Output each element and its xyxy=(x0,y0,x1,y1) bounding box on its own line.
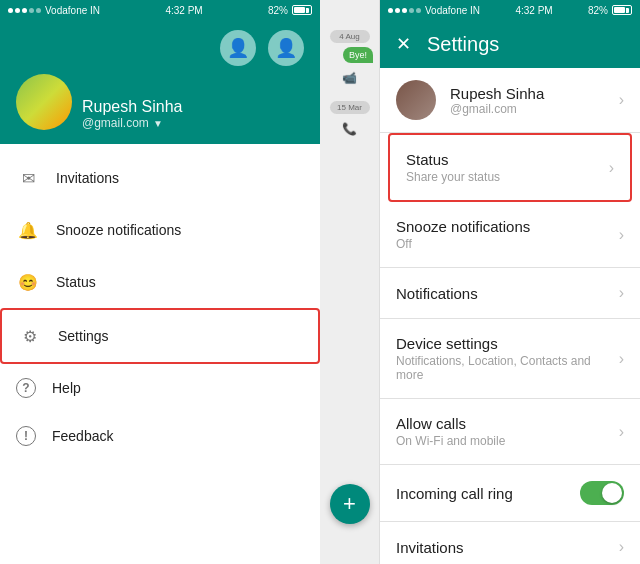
snooze-chevron-icon: › xyxy=(619,226,624,244)
snooze-icon: 🔔 xyxy=(16,218,40,242)
settings-user-item[interactable]: Rupesh Sinha @gmail.com › xyxy=(380,68,640,133)
snooze-title: Snooze notifications xyxy=(396,218,619,235)
invitations-content: Invitations xyxy=(396,539,619,556)
left-avatar-image xyxy=(16,74,72,130)
left-status-bar-left: Vodafone IN xyxy=(8,5,100,16)
nav-label-feedback: Feedback xyxy=(52,428,113,444)
left-header: 👤 👤 Rupesh Sinha @gmail.com ▼ xyxy=(0,20,320,144)
notifications-content: Notifications xyxy=(396,285,619,302)
invitations-chevron-icon: › xyxy=(619,538,624,556)
right-header: ✕ Settings xyxy=(380,20,640,68)
chat-date-2: 15 Mar xyxy=(330,101,370,114)
status-icon: 😊 xyxy=(16,270,40,294)
calls-content: Allow calls On Wi-Fi and mobile xyxy=(396,415,619,448)
right-panel: Vodafone IN 4:32 PM 82% ✕ Settings Rupes… xyxy=(380,0,640,564)
battery-tip-right xyxy=(626,8,629,13)
settings-item-calls[interactable]: Allow calls On Wi-Fi and mobile › xyxy=(380,399,640,465)
battery-fill-right xyxy=(614,7,625,13)
calls-title: Allow calls xyxy=(396,415,619,432)
dropdown-arrow-icon[interactable]: ▼ xyxy=(153,118,163,129)
nav-item-invitations[interactable]: ✉ Invitations xyxy=(0,152,320,204)
battery-icon-left xyxy=(292,5,312,15)
left-status-bar-right: 82% xyxy=(268,5,312,16)
time-right: 4:32 PM xyxy=(515,5,552,16)
avatar-icon-1: 👤 xyxy=(227,37,249,59)
carrier-right: Vodafone IN xyxy=(425,5,480,16)
feedback-icon: ! xyxy=(16,426,36,446)
ring-toggle[interactable] xyxy=(580,481,624,505)
settings-user-email: @gmail.com xyxy=(450,102,619,116)
nav-label-status: Status xyxy=(56,274,96,290)
fab-plus-icon: + xyxy=(343,491,356,517)
nav-label-snooze: Snooze notifications xyxy=(56,222,181,238)
device-chevron-icon: › xyxy=(619,350,624,368)
left-user-avatar[interactable] xyxy=(16,74,72,130)
left-user-name: Rupesh Sinha xyxy=(82,98,304,116)
right-signal xyxy=(388,8,421,13)
signal-strength xyxy=(8,8,41,13)
settings-title: Settings xyxy=(427,33,499,56)
settings-icon: ⚙ xyxy=(18,324,42,348)
chat-bubble: Bye! xyxy=(343,47,373,63)
notifications-title: Notifications xyxy=(396,285,619,302)
video-icon: 📹 xyxy=(320,71,379,85)
left-user-info: Rupesh Sinha @gmail.com ▼ xyxy=(16,74,304,130)
battery-icon-right xyxy=(612,5,632,15)
device-content: Device settings Notifications, Location,… xyxy=(396,335,619,382)
snooze-content: Snooze notifications Off xyxy=(396,218,619,251)
toggle-knob xyxy=(602,483,622,503)
chat-date-1: 4 Aug xyxy=(330,30,370,43)
nav-item-status[interactable]: 😊 Status xyxy=(0,256,320,308)
help-icon: ? xyxy=(16,378,36,398)
status-subtitle: Share your status xyxy=(406,170,609,184)
carrier-left: Vodafone IN xyxy=(45,5,100,16)
left-user-text: Rupesh Sinha @gmail.com ▼ xyxy=(82,98,304,130)
left-panel: Vodafone IN 4:32 PM 82% 👤 👤 Rupesh xyxy=(0,0,320,564)
phone-icon: 📞 xyxy=(320,122,379,136)
left-nav: ✉ Invitations 🔔 Snooze notifications 😊 S… xyxy=(0,144,320,564)
left-email-text: @gmail.com xyxy=(82,116,149,130)
settings-item-snooze[interactable]: Snooze notifications Off › xyxy=(380,202,640,268)
settings-item-device[interactable]: Device settings Notifications, Location,… xyxy=(380,319,640,399)
nav-item-help[interactable]: ? Help xyxy=(0,364,320,412)
close-button[interactable]: ✕ xyxy=(396,33,411,55)
settings-item-notifications[interactable]: Notifications › xyxy=(380,268,640,319)
nav-label-help: Help xyxy=(52,380,81,396)
status-content: Status Share your status xyxy=(406,151,609,184)
ring-title: Incoming call ring xyxy=(396,485,580,502)
battery-pct-right: 82% xyxy=(588,5,608,16)
right-status-bar-left: Vodafone IN xyxy=(388,5,480,16)
settings-user-info: Rupesh Sinha @gmail.com xyxy=(450,85,619,116)
left-user-email: @gmail.com ▼ xyxy=(82,116,304,130)
chat-preview: 4 Aug Bye! 📹 15 Mar 📞 + xyxy=(320,0,380,564)
fab-button[interactable]: + xyxy=(330,484,370,524)
device-title: Device settings xyxy=(396,335,619,352)
device-subtitle: Notifications, Location, Contacts and mo… xyxy=(396,354,619,382)
nav-item-snooze[interactable]: 🔔 Snooze notifications xyxy=(0,204,320,256)
status-title: Status xyxy=(406,151,609,168)
left-header-top: 👤 👤 xyxy=(16,30,304,66)
battery-fill-left xyxy=(294,7,305,13)
time-left: 4:32 PM xyxy=(165,5,202,16)
settings-item-invitations[interactable]: Invitations › xyxy=(380,522,640,564)
snooze-subtitle: Off xyxy=(396,237,619,251)
avatar-small-1[interactable]: 👤 xyxy=(220,30,256,66)
nav-item-feedback[interactable]: ! Feedback xyxy=(0,412,320,460)
settings-user-avatar xyxy=(396,80,436,120)
status-chevron-icon: › xyxy=(609,159,614,177)
invitations-icon: ✉ xyxy=(16,166,40,190)
settings-list: Rupesh Sinha @gmail.com › Status Share y… xyxy=(380,68,640,564)
user-chevron-icon: › xyxy=(619,91,624,109)
settings-user-avatar-img xyxy=(396,80,436,120)
settings-user-name: Rupesh Sinha xyxy=(450,85,619,102)
left-status-bar: Vodafone IN 4:32 PM 82% xyxy=(0,0,320,20)
nav-item-settings[interactable]: ⚙ Settings xyxy=(0,308,320,364)
calls-chevron-icon: › xyxy=(619,423,624,441)
nav-label-invitations: Invitations xyxy=(56,170,119,186)
battery-pct-left: 82% xyxy=(268,5,288,16)
avatar-icon-2: 👤 xyxy=(275,37,297,59)
notifications-chevron-icon: › xyxy=(619,284,624,302)
avatar-small-2[interactable]: 👤 xyxy=(268,30,304,66)
settings-item-status[interactable]: Status Share your status › xyxy=(388,133,632,202)
settings-item-ring[interactable]: Incoming call ring xyxy=(380,465,640,522)
